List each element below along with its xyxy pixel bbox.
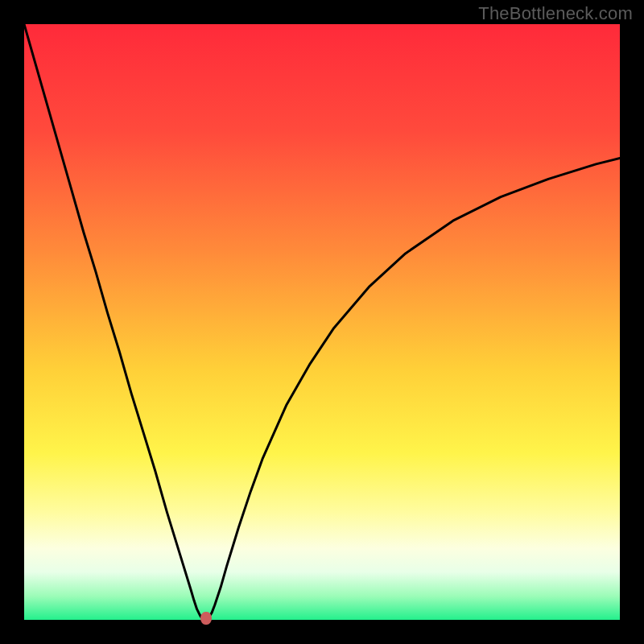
minimum-marker: [200, 612, 212, 625]
chart-frame: TheBottleneck.com: [0, 0, 644, 644]
watermark-text: TheBottleneck.com: [478, 3, 633, 24]
gradient-background: [24, 24, 620, 620]
bottleneck-chart: [24, 24, 620, 620]
